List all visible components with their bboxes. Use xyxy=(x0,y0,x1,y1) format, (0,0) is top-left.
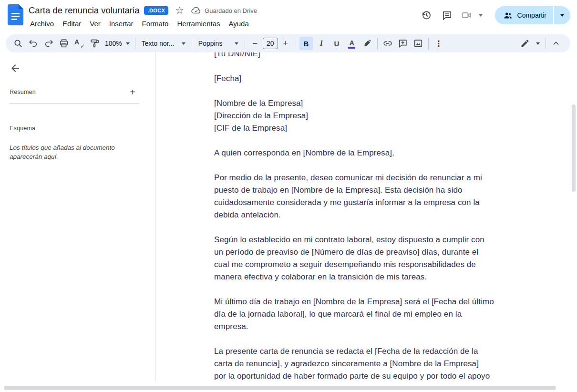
menu-herramientas[interactable]: Herramientas xyxy=(173,18,224,29)
undo-button[interactable] xyxy=(27,37,40,50)
doc-paragraph[interactable]: Según lo establecido en mi contrato labo… xyxy=(214,234,548,283)
search-menus-button[interactable] xyxy=(11,37,25,50)
text-color-a: A xyxy=(350,40,354,46)
menu-formato[interactable]: Formato xyxy=(138,18,173,29)
doc-paragraph[interactable]: [Nombre de la Empresa] [Dirección de la … xyxy=(214,97,548,134)
zoom-value: 100% xyxy=(105,40,122,47)
history-icon xyxy=(421,10,432,21)
chevron-down-icon xyxy=(235,42,238,45)
meet-dropdown-button[interactable] xyxy=(475,6,486,25)
font-value: Poppins xyxy=(198,40,223,47)
doc-paragraph[interactable]: [Tu DNI/NIE] xyxy=(214,52,548,60)
chevron-down-icon xyxy=(479,14,483,17)
share-main[interactable]: Compartir xyxy=(495,6,553,24)
comment-icon xyxy=(442,10,453,21)
paragraph-style-value: Texto nor... xyxy=(142,40,174,47)
highlighter-icon xyxy=(362,39,372,48)
toolbar: A ✓ 100% Texto nor... Poppins − + B I U xyxy=(6,34,570,52)
doc-paragraph[interactable]: Por medio de la presente, deseo comunica… xyxy=(214,172,548,221)
document-title[interactable]: Carta de renuncia voluntaria xyxy=(29,5,139,16)
paragraph-style-select[interactable]: Texto nor... xyxy=(139,37,188,50)
menu-archivo[interactable]: Archivo xyxy=(26,18,58,29)
title-row: Carta de renuncia voluntaria .DOCX ☆ Gua… xyxy=(29,5,257,16)
link-icon xyxy=(382,38,393,49)
share-label: Compartir xyxy=(517,11,546,19)
summary-label: Resumen xyxy=(10,89,36,95)
zoom-select[interactable]: 100% xyxy=(103,37,132,50)
saved-status-chip[interactable]: Guardado en Drive xyxy=(191,5,257,16)
menu-bar: Archivo Editar Ver Insertar Formato Herr… xyxy=(26,18,253,29)
hide-menus-button[interactable] xyxy=(549,37,563,50)
chevron-down-icon xyxy=(126,42,130,45)
toolbar-divider xyxy=(377,38,378,49)
vertical-scrollbar[interactable] xyxy=(572,104,576,192)
top-actions: Compartir xyxy=(416,6,570,25)
insert-image-button[interactable] xyxy=(412,37,425,50)
outline-hint-text: Los títulos que añadas al documento apar… xyxy=(10,143,130,161)
outline-label: Esquema xyxy=(10,125,35,132)
menu-ver[interactable]: Ver xyxy=(85,18,105,29)
doc-paragraph[interactable]: Mi último día de trabajo en [Nombre de l… xyxy=(214,296,548,333)
menu-editar[interactable]: Editar xyxy=(58,18,85,29)
version-history-button[interactable] xyxy=(416,6,437,25)
people-icon xyxy=(503,10,513,21)
google-docs-logo-icon[interactable] xyxy=(8,4,23,25)
redo-icon xyxy=(43,38,54,49)
editing-mode-dropdown[interactable] xyxy=(534,37,542,50)
toolbar-divider xyxy=(192,38,192,49)
spellcheck-icon: A ✓ xyxy=(74,38,84,49)
video-camera-icon xyxy=(461,10,472,21)
print-button[interactable] xyxy=(57,37,71,50)
toolbar-divider xyxy=(296,38,296,49)
spelling-check-button[interactable]: A ✓ xyxy=(72,37,86,50)
share-dropdown-button[interactable] xyxy=(554,6,570,24)
horizontal-scrollbar[interactable] xyxy=(4,386,556,390)
search-icon xyxy=(13,38,23,49)
document-text[interactable]: [Tu DNI/NIE] [Fecha] [Nombre de la Empre… xyxy=(214,52,548,382)
bold-button[interactable]: B xyxy=(299,37,313,50)
plus-icon: + xyxy=(283,39,288,49)
text-color-bar xyxy=(348,47,355,49)
toolbar-divider xyxy=(428,38,429,49)
toolbar-divider xyxy=(245,38,245,49)
chevron-up-icon xyxy=(551,39,561,48)
insert-link-button[interactable] xyxy=(381,37,394,50)
sidebar-divider xyxy=(10,103,139,103)
more-options-button[interactable]: ⋮ xyxy=(432,37,445,50)
highlight-color-button[interactable] xyxy=(361,37,374,50)
doc-paragraph[interactable]: [Fecha] xyxy=(214,72,548,85)
toolbar-divider xyxy=(135,38,135,49)
comments-button[interactable] xyxy=(437,6,458,25)
add-comment-icon xyxy=(398,38,408,49)
close-outline-button[interactable] xyxy=(10,62,21,74)
doc-paragraph[interactable]: La presente carta de renuncia se redacta… xyxy=(214,345,548,382)
redo-button[interactable] xyxy=(42,37,55,50)
toolbar-divider xyxy=(546,38,546,49)
font-select[interactable]: Poppins xyxy=(196,37,241,50)
add-comment-button[interactable] xyxy=(396,37,410,50)
share-button[interactable]: Compartir xyxy=(495,6,570,24)
meet-video-button[interactable] xyxy=(458,6,475,25)
star-icon[interactable]: ☆ xyxy=(175,6,184,15)
cloud-check-icon xyxy=(191,5,201,16)
editing-mode-button[interactable] xyxy=(518,37,532,50)
docx-badge: .DOCX xyxy=(144,6,168,15)
paint-format-button[interactable] xyxy=(88,37,101,50)
underline-button[interactable]: U xyxy=(330,37,343,50)
document-canvas[interactable]: [Tu DNI/NIE] [Fecha] [Nombre de la Empre… xyxy=(155,52,570,384)
arrow-back-icon xyxy=(10,62,21,74)
add-summary-button[interactable]: + xyxy=(130,88,135,96)
paint-roller-icon xyxy=(89,38,100,49)
summary-row: Resumen + xyxy=(10,88,135,96)
menu-ayuda[interactable]: Ayuda xyxy=(224,18,253,29)
saved-status-text: Guardado en Drive xyxy=(205,7,257,14)
italic-button[interactable]: I xyxy=(315,37,328,50)
decrease-font-size-button[interactable]: − xyxy=(248,37,262,50)
menu-insertar[interactable]: Insertar xyxy=(105,18,138,29)
image-icon xyxy=(413,38,423,49)
doc-paragraph[interactable]: A quien corresponda en [Nombre de la Emp… xyxy=(214,147,548,159)
chevron-down-icon xyxy=(536,42,540,45)
text-color-button[interactable]: A xyxy=(345,37,359,50)
increase-font-size-button[interactable]: + xyxy=(279,37,292,50)
font-size-input[interactable] xyxy=(263,38,278,49)
